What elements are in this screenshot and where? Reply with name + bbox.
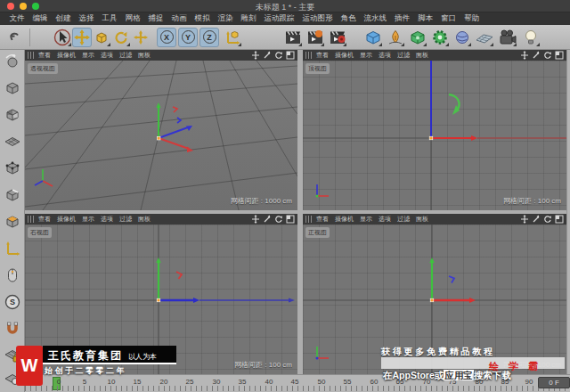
rotate-tool-icon[interactable] [111, 28, 131, 47]
pan-view-icon[interactable] [520, 215, 529, 224]
dolly-view-icon[interactable] [532, 51, 541, 60]
viewport-row-divider[interactable] [25, 210, 570, 214]
menu-create[interactable]: 创建 [52, 13, 75, 24]
viewport-menu-options[interactable]: 选项 [101, 215, 113, 224]
toggle-view-icon[interactable] [286, 51, 295, 60]
texture-mode-icon[interactable] [3, 105, 22, 125]
menu-file[interactable]: 文件 [5, 13, 28, 24]
toggle-view-icon[interactable] [555, 215, 564, 224]
menu-character[interactable]: 角色 [337, 13, 360, 24]
viewport-menu-panel[interactable]: 面板 [138, 215, 151, 224]
viewport-perspective[interactable]: 透视视图 网格间距 : 1000 cm [25, 61, 297, 210]
viewport-menu-cameras[interactable]: 摄像机 [57, 215, 76, 224]
menu-snap[interactable]: 捕捉 [144, 13, 167, 24]
toggle-view-icon[interactable] [555, 51, 564, 60]
menu-edit[interactable]: 编辑 [28, 13, 52, 24]
menu-motion-tracker[interactable]: 运动跟踪 [260, 13, 298, 24]
menu-animate[interactable]: 动画 [167, 13, 191, 24]
viewport-menu-cameras[interactable]: 摄像机 [335, 51, 354, 60]
viewport-menu-panel[interactable]: 面板 [416, 51, 428, 60]
viewport-menu-display[interactable]: 显示 [360, 215, 372, 224]
viewport-menu-panel[interactable]: 面板 [416, 215, 428, 224]
subdivision-surface-icon[interactable] [408, 28, 428, 47]
viewport-menu-filter[interactable]: 过滤 [119, 215, 132, 224]
render-settings-icon[interactable] [328, 28, 347, 47]
scale-tool-icon[interactable] [92, 28, 111, 47]
viewport-menu-filter[interactable]: 过滤 [397, 215, 410, 224]
menu-script[interactable]: 脚本 [414, 13, 437, 24]
pan-view-icon[interactable] [251, 51, 260, 60]
dolly-view-icon[interactable] [532, 215, 541, 224]
last-tool-icon[interactable] [131, 28, 151, 47]
dolly-view-icon[interactable] [263, 215, 272, 224]
axis-mode-icon[interactable] [3, 239, 22, 258]
rotate-view-icon[interactable] [543, 51, 552, 60]
light-icon[interactable] [521, 28, 541, 47]
field-sphere-icon[interactable] [452, 28, 472, 47]
menu-pipeline[interactable]: 流水线 [360, 13, 391, 24]
panel-drag-handle-icon[interactable] [305, 52, 312, 59]
panel-drag-handle-icon[interactable] [28, 216, 34, 223]
viewport-menu-options[interactable]: 选项 [101, 51, 113, 60]
tweak-mode-icon[interactable] [3, 265, 22, 285]
rotate-view-icon[interactable] [274, 215, 283, 224]
viewport-menu-view[interactable]: 查看 [38, 51, 51, 60]
viewport-menu-cameras[interactable]: 摄像机 [335, 215, 354, 224]
viewport-menu-filter[interactable]: 过滤 [397, 51, 410, 60]
viewport-header: 查看 摄像机 显示 选项 过滤 面板 [25, 50, 297, 61]
dolly-view-icon[interactable] [263, 51, 272, 60]
toggle-view-icon[interactable] [286, 215, 295, 224]
viewport-menu-view[interactable]: 查看 [316, 51, 329, 60]
camera-icon[interactable] [498, 28, 517, 47]
snap-icon[interactable]: S [3, 292, 22, 312]
pan-view-icon[interactable] [251, 215, 260, 224]
viewport-menu-view[interactable]: 查看 [38, 215, 51, 224]
menu-mograph[interactable]: 运动图形 [298, 13, 337, 24]
viewport-menu-filter[interactable]: 过滤 [119, 51, 132, 60]
panel-drag-handle-icon[interactable] [305, 216, 312, 223]
menu-mesh[interactable]: 网格 [121, 13, 144, 24]
primitive-cube-icon[interactable] [363, 28, 383, 47]
coordinate-system-icon[interactable] [223, 28, 242, 47]
viewport-menu-options[interactable]: 选项 [379, 51, 391, 60]
world-axis-gizmo [157, 102, 194, 152]
viewport-menu-options[interactable]: 选项 [379, 215, 391, 224]
menu-plugins[interactable]: 插件 [391, 13, 414, 24]
menu-simulate[interactable]: 模拟 [191, 13, 214, 24]
move-tool-icon[interactable] [72, 28, 92, 47]
viewport-menu-panel[interactable]: 面板 [138, 51, 151, 60]
render-region-icon[interactable] [305, 28, 325, 47]
lock-z-icon[interactable]: Z [200, 28, 219, 47]
menu-render[interactable]: 渲染 [214, 13, 237, 24]
model-mode-icon[interactable] [3, 78, 22, 98]
workplane-mode-icon[interactable] [3, 132, 22, 151]
selection-arrow-icon[interactable] [53, 28, 72, 47]
magnet-snap-icon[interactable] [3, 319, 22, 339]
pan-view-icon[interactable] [520, 51, 529, 60]
menu-help[interactable]: 帮助 [460, 13, 484, 24]
rotate-view-icon[interactable] [543, 215, 552, 224]
viewport-menu-display[interactable]: 显示 [360, 51, 372, 60]
lock-x-icon[interactable]: X [157, 28, 176, 47]
make-editable-icon[interactable] [3, 52, 22, 71]
menu-sculpt[interactable]: 雕刻 [237, 13, 260, 24]
lock-y-icon[interactable]: Y [178, 28, 198, 47]
viewport-menu-display[interactable]: 显示 [82, 51, 94, 60]
edges-mode-icon[interactable] [3, 185, 22, 205]
menu-tools[interactable]: 工具 [98, 13, 121, 24]
viewport-menu-view[interactable]: 查看 [316, 215, 329, 224]
render-view-icon[interactable] [283, 28, 303, 47]
spline-pen-icon[interactable] [386, 28, 405, 47]
deformer-icon[interactable] [430, 28, 450, 47]
menu-window[interactable]: 窗口 [437, 13, 460, 24]
undo-icon[interactable] [4, 28, 24, 47]
points-mode-icon[interactable] [3, 159, 22, 178]
menu-select[interactable]: 选择 [75, 13, 98, 24]
floor-icon[interactable] [475, 28, 494, 47]
viewport-top[interactable]: 顶视图 网格间距 : 100 cm [303, 61, 566, 210]
polygons-mode-icon[interactable] [3, 212, 22, 232]
panel-drag-handle-icon[interactable] [28, 52, 34, 59]
rotate-view-icon[interactable] [274, 51, 283, 60]
viewport-menu-cameras[interactable]: 摄像机 [57, 51, 76, 60]
viewport-menu-display[interactable]: 显示 [82, 215, 94, 224]
